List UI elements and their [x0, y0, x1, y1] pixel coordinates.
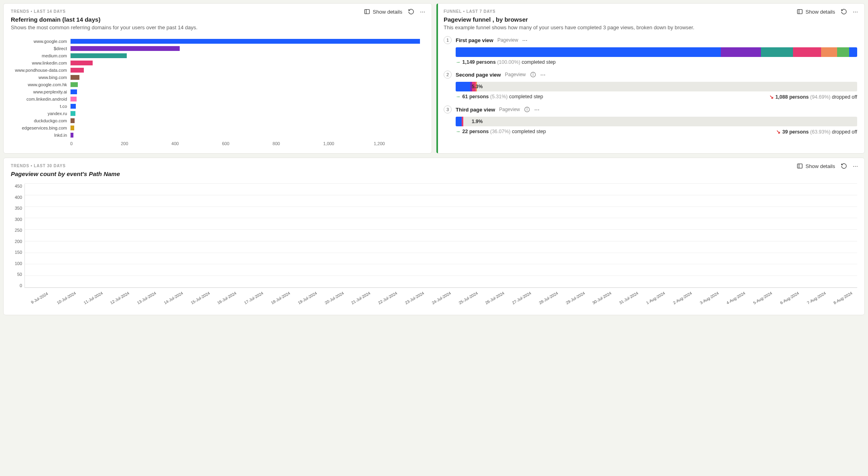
funnel-segment — [837, 47, 849, 57]
step-event-type: Pageview — [499, 107, 520, 112]
info-icon[interactable] — [530, 71, 536, 78]
funnel-bar[interactable]: 1.9% — [456, 117, 857, 126]
card-crumb: FUNNEL • LAST 7 DAYS — [444, 9, 857, 14]
funnel-segment — [761, 47, 793, 57]
show-details-button[interactable]: Show details — [797, 163, 835, 169]
hbar-label: com.linkedin.android — [11, 97, 70, 101]
hbar-row: edgeservices.bing.com — [11, 124, 424, 132]
funnel-segment — [456, 82, 470, 91]
hbar-row: lnkd.in — [11, 132, 424, 139]
card-title: Pageview funnel , by browser — [444, 16, 857, 23]
hbar-row: t.co — [11, 103, 424, 110]
svg-rect-10 — [797, 164, 802, 168]
step-more-icon[interactable]: ⋯ — [522, 37, 528, 43]
step-more-icon[interactable]: ⋯ — [540, 72, 546, 78]
hbar-fill[interactable] — [71, 39, 420, 44]
hbar-fill[interactable] — [71, 68, 84, 73]
hbar-row: www.linkedin.com — [11, 59, 424, 67]
step-event-type: Pageview — [497, 37, 518, 43]
hbar-fill[interactable] — [71, 97, 77, 101]
step-more-icon[interactable]: ⋯ — [534, 107, 540, 113]
hbar-row: www.google.com.hk — [11, 81, 424, 88]
step-number: 2 — [444, 71, 452, 79]
hbar-fill[interactable] — [71, 46, 180, 51]
card-crumb: TRENDS • LAST 14 DAYS — [11, 9, 424, 14]
sidebar-icon — [797, 163, 803, 169]
hbar-fill[interactable] — [71, 89, 77, 94]
svg-rect-2 — [797, 10, 802, 14]
hbar-fill[interactable] — [71, 111, 75, 116]
funnel-segment — [462, 117, 463, 126]
funnel-step: 2Second page viewPageview⋯5.3%→61 person… — [444, 71, 857, 100]
stacked-bar-chart — [24, 184, 857, 288]
hbar-row: medium.com — [11, 52, 424, 59]
funnel-segment — [456, 47, 721, 57]
step-completed: →1,149 persons (100.00%) completed step — [456, 59, 556, 65]
show-details-button[interactable]: Show details — [797, 8, 835, 15]
show-details-label: Show details — [805, 9, 835, 15]
hbar-fill[interactable] — [71, 61, 93, 65]
hbar-row: yandex.ru — [11, 110, 424, 117]
funnel-bar[interactable] — [456, 47, 857, 57]
more-icon[interactable]: ⋯ — [853, 9, 859, 15]
hbar-label: lnkd.in — [11, 133, 70, 138]
funnel-step: 3Third page viewPageview⋯1.9%→22 persons… — [444, 105, 857, 135]
hbar-label: www.perplexity.ai — [11, 89, 70, 94]
funnel-segment — [849, 47, 857, 57]
step-name: First page view — [456, 37, 493, 43]
step-dropped: ↘39 persons (63.93%) dropped off — [776, 129, 857, 135]
step-number: 1 — [444, 36, 452, 44]
step-name: Third page view — [456, 107, 495, 113]
step-completed: →61 persons (5.31%) completed step — [456, 94, 543, 100]
show-details-label: Show details — [805, 163, 835, 169]
hbar-fill[interactable] — [71, 104, 76, 109]
refresh-icon[interactable] — [841, 163, 847, 169]
hbar-fill[interactable] — [71, 133, 73, 138]
step-dropped: ↘1,088 persons (94.69%) dropped off — [769, 94, 857, 100]
step-completed: →22 persons (36.07%) completed step — [456, 129, 546, 135]
hbar-label: medium.com — [11, 53, 70, 58]
hbar-fill[interactable] — [71, 118, 75, 123]
hbar-fill[interactable] — [71, 75, 79, 80]
funnel-segment — [721, 47, 761, 57]
svg-rect-0 — [365, 10, 369, 14]
hbar-row: www.google.com — [11, 38, 424, 45]
step-number: 3 — [444, 105, 452, 113]
hbar-row: www.perplexity.ai — [11, 88, 424, 95]
funnel-bar[interactable]: 5.3% — [456, 82, 857, 91]
sidebar-icon — [364, 8, 370, 15]
hbar-row: $direct — [11, 45, 424, 52]
hbar-label: edgeservices.bing.com — [11, 126, 70, 130]
funnel-segment — [821, 47, 837, 57]
more-icon[interactable]: ⋯ — [853, 163, 859, 169]
hbar-label: $direct — [11, 46, 70, 51]
hbar-label: www.linkedin.com — [11, 61, 70, 65]
funnel-step: 1First page viewPageview⋯→1,149 persons … — [444, 36, 857, 65]
hbar-label: www.bing.com — [11, 75, 70, 80]
funnel-segment — [456, 117, 462, 126]
info-icon[interactable] — [524, 106, 530, 113]
refresh-icon[interactable] — [841, 8, 847, 15]
show-details-label: Show details — [373, 9, 402, 15]
hbar-label: www.google.com.hk — [11, 82, 70, 87]
hbar-row: duckduckgo.com — [11, 117, 424, 124]
sidebar-icon — [797, 8, 803, 15]
show-details-button[interactable]: Show details — [364, 8, 402, 15]
hbar-label: www.pondhouse-data.com — [11, 68, 70, 73]
step-pct-label: 1.9% — [472, 119, 483, 124]
step-name: Second page view — [456, 72, 501, 78]
hbar-label: yandex.ru — [11, 111, 70, 116]
hbar-label: t.co — [11, 104, 70, 109]
more-icon[interactable]: ⋯ — [420, 9, 426, 15]
card-subtitle: This example funnel shows how many of yo… — [444, 24, 857, 30]
hbar-fill[interactable] — [71, 53, 127, 58]
card-subtitle: Shows the most common referring domains … — [11, 24, 424, 30]
hbar-fill[interactable] — [71, 126, 74, 130]
hbar-label: www.google.com — [11, 39, 70, 44]
refresh-icon[interactable] — [408, 8, 414, 15]
hbar-fill[interactable] — [71, 82, 78, 87]
hbar-row: www.pondhouse-data.com — [11, 67, 424, 74]
hbar-label: duckduckgo.com — [11, 118, 70, 123]
card-funnel: Show details ⋯ FUNNEL • LAST 7 DAYS Page… — [436, 3, 865, 154]
step-event-type: Pageview — [505, 72, 526, 77]
